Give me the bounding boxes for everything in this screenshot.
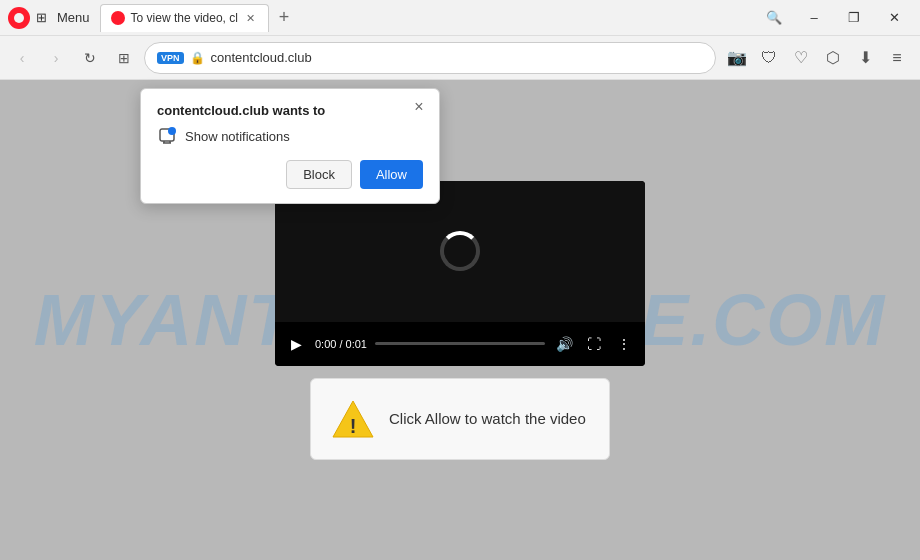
tabs-area: To view the video, cl ✕ +	[100, 4, 750, 32]
window-controls: 🔍 – ❐ ✕	[756, 4, 912, 32]
reload-button[interactable]: ↻	[76, 44, 104, 72]
tabs-grid-button[interactable]: ⊞	[110, 44, 138, 72]
tab-favicon	[111, 11, 125, 25]
popup-close-button[interactable]: ×	[409, 97, 429, 117]
warning-icon: !	[331, 397, 375, 441]
search-button[interactable]: 🔍	[756, 4, 792, 32]
page-content: MYANTISPYWARE.COM ▶ 0:00 / 0:01 🔊 ⛶ ⋮	[0, 80, 920, 560]
notification-permission-icon	[157, 126, 177, 146]
tab-title: To view the video, cl	[131, 11, 238, 25]
progress-bar[interactable]	[375, 342, 545, 345]
fullscreen-button[interactable]: ⛶	[583, 333, 605, 355]
video-controls: ▶ 0:00 / 0:01 🔊 ⛶ ⋮	[275, 322, 645, 366]
loading-spinner	[440, 231, 480, 271]
close-button[interactable]: ✕	[876, 4, 912, 32]
block-button[interactable]: Block	[286, 160, 352, 189]
svg-text:!: !	[350, 415, 357, 437]
maximize-button[interactable]: ❐	[836, 4, 872, 32]
allow-button[interactable]: Allow	[360, 160, 423, 189]
address-bar[interactable]: VPN 🔒 contentcloud.club	[144, 42, 716, 74]
popup-buttons: Block Allow	[157, 160, 423, 189]
heart-button[interactable]: ♡	[786, 43, 816, 73]
mute-button[interactable]: 🔊	[553, 333, 575, 355]
nav-bar: ‹ › ↻ ⊞ VPN 🔒 contentcloud.club 📷 🛡 ♡ ⬡ …	[0, 36, 920, 80]
svg-point-3	[168, 127, 176, 135]
cube-button[interactable]: ⬡	[818, 43, 848, 73]
more-button[interactable]: ⋮	[613, 333, 635, 355]
new-tab-button[interactable]: +	[271, 5, 297, 31]
active-tab[interactable]: To view the video, cl ✕	[100, 4, 269, 32]
popup-title: contentcloud.club wants to	[157, 103, 423, 118]
video-player: ▶ 0:00 / 0:01 🔊 ⛶ ⋮	[275, 181, 645, 366]
lock-icon: 🔒	[190, 51, 205, 65]
menu-button[interactable]: ≡	[882, 43, 912, 73]
forward-button[interactable]: ›	[42, 44, 70, 72]
vpn-badge: VPN	[157, 52, 184, 64]
download-button[interactable]: ⬇	[850, 43, 880, 73]
permission-label: Show notifications	[185, 129, 290, 144]
minimize-button[interactable]: –	[796, 4, 832, 32]
play-button[interactable]: ▶	[285, 333, 307, 355]
video-container: ▶ 0:00 / 0:01 🔊 ⛶ ⋮ ! Click Allow to wat…	[275, 181, 645, 460]
shield-button[interactable]: 🛡	[754, 43, 784, 73]
browser-frame: ⊞ Menu To view the video, cl ✕ + 🔍 – ❐ ✕…	[0, 0, 920, 560]
url-text: contentcloud.club	[211, 50, 312, 65]
popup-permission: Show notifications	[157, 126, 423, 146]
opera-logo	[8, 7, 30, 29]
title-bar: ⊞ Menu To view the video, cl ✕ + 🔍 – ❐ ✕	[0, 0, 920, 36]
camera-button[interactable]: 📷	[722, 43, 752, 73]
click-allow-box: ! Click Allow to watch the video	[310, 378, 610, 460]
click-allow-text: Click Allow to watch the video	[389, 408, 586, 429]
nav-icons: 📷 🛡 ♡ ⬡ ⬇ ≡	[722, 43, 912, 73]
back-button[interactable]: ‹	[8, 44, 36, 72]
menu-label: ⊞	[36, 10, 47, 25]
menu-text: Menu	[57, 10, 90, 25]
tab-close-button[interactable]: ✕	[244, 11, 258, 25]
time-display: 0:00 / 0:01	[315, 338, 367, 350]
notification-popup: × contentcloud.club wants to Show notifi…	[140, 88, 440, 204]
